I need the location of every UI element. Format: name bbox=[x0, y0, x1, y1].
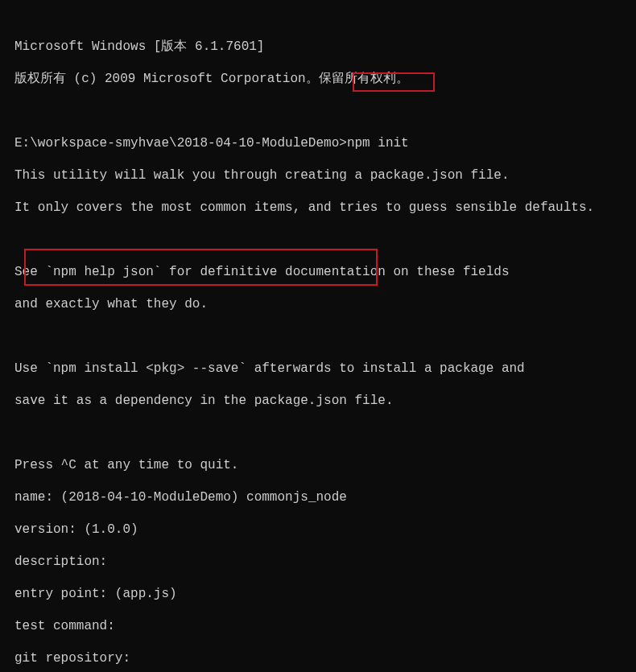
prompt-line-1: E:\workspace-smyhvae\2018-04-10-ModuleDe… bbox=[14, 135, 622, 151]
npm-intro-2: It only covers the most common items, an… bbox=[14, 200, 622, 216]
prompt-1-path: E:\workspace-smyhvae\2018-04-10-ModuleDe… bbox=[14, 136, 339, 150]
field-name-input: commonjs_node bbox=[246, 490, 347, 505]
prompt-1-command: npm init bbox=[347, 136, 409, 150]
field-name-default: 2018-04-10-ModuleDemo bbox=[68, 490, 231, 505]
prompt-1-sep: > bbox=[339, 136, 347, 150]
npm-intro-1: This utility will walk you through creat… bbox=[14, 167, 622, 183]
npm-intro-5: Use `npm install <pkg> --save` afterward… bbox=[14, 361, 622, 377]
prompt-entry: entry point: (app.js) bbox=[14, 586, 622, 602]
prompt-version: version: (1.0.0) bbox=[14, 522, 622, 538]
field-description-label: description: bbox=[14, 555, 107, 569]
blank-line bbox=[14, 103, 622, 119]
header-line-1: Microsoft Windows [版本 6.1.7601] bbox=[14, 39, 622, 55]
field-git-label: git repository: bbox=[14, 651, 130, 666]
prompt-name: name: (2018-04-10-ModuleDemo) commonjs_n… bbox=[14, 489, 622, 505]
prompt-git: git repository: bbox=[14, 650, 622, 666]
prompt-description: description: bbox=[14, 554, 622, 570]
field-entry-label: entry point: bbox=[14, 587, 107, 601]
field-version-label: version: bbox=[14, 522, 76, 537]
npm-intro-6: save it as a dependency in the package.j… bbox=[14, 393, 622, 409]
blank-line bbox=[14, 232, 622, 248]
blank-line bbox=[14, 425, 622, 441]
terminal-container[interactable]: Microsoft Windows [版本 6.1.7601] 版权所有 (c)… bbox=[14, 23, 622, 672]
npm-intro-4: and exactly what they do. bbox=[14, 296, 622, 312]
prompt-test: test command: bbox=[14, 618, 622, 634]
field-test-label: test command: bbox=[14, 619, 115, 633]
field-version-default: 1.0.0 bbox=[92, 522, 130, 537]
field-entry-default: app.js bbox=[122, 587, 169, 601]
header-line-2: 版权所有 (c) 2009 Microsoft Corporation。保留所有… bbox=[14, 71, 622, 87]
npm-intro-7: Press ^C at any time to quit. bbox=[14, 457, 622, 473]
field-name-label: name: bbox=[14, 490, 53, 505]
blank-line bbox=[14, 328, 622, 344]
npm-intro-3: See `npm help json` for definitive docum… bbox=[14, 264, 622, 280]
